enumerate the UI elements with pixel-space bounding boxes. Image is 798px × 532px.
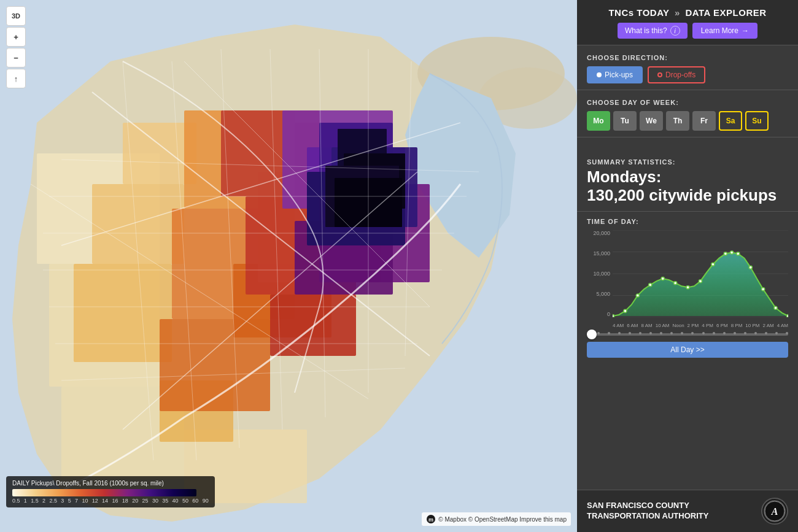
map-area: 3D + − ↑ DAILY Pickups\ Dropoffs, Fall 2… xyxy=(0,0,577,532)
legend-gradient xyxy=(12,489,196,496)
time-slider-thumb[interactable] xyxy=(587,330,597,339)
panel-header: TNCs TODAY » DATA EXPLORER What is this?… xyxy=(577,0,798,45)
dow-buttons: Mo Tu We Th Fr Sa Su xyxy=(587,111,788,131)
direction-section: CHOOSE DIRECTION: Pick-ups Drop-offs xyxy=(577,45,798,90)
chart-x-labels: 4 AM 6 AM 8 AM 10 AM Noon 2 PM 4 PM 6 PM… xyxy=(613,323,788,328)
svg-point-59 xyxy=(613,314,614,317)
panel-footer: SAN FRANCISCO COUNTY TRANSPORTATION AUTH… xyxy=(577,490,798,532)
dow-sa-button[interactable]: Sa xyxy=(719,111,742,131)
right-panel: TNCs TODAY » DATA EXPLORER What is this?… xyxy=(577,0,798,532)
dow-th-button[interactable]: Th xyxy=(666,111,689,131)
map-credit: m © Mapbox © OpenStreetMap Improve this … xyxy=(422,512,571,526)
header-buttons: What is this? i Learn More → xyxy=(587,23,788,39)
svg-point-61 xyxy=(636,294,639,297)
stats-count: 130,200 citywide pickups xyxy=(587,186,788,205)
svg-point-60 xyxy=(624,309,627,312)
svg-point-63 xyxy=(661,277,664,280)
svg-text:m: m xyxy=(428,517,433,523)
dow-mo-button[interactable]: Mo xyxy=(587,111,610,131)
svg-point-67 xyxy=(711,263,715,266)
sfcta-logo: A xyxy=(761,498,788,525)
map-zoom-in-button[interactable]: + xyxy=(6,27,26,47)
time-slider-track[interactable] xyxy=(587,333,788,336)
map-compass-button[interactable]: ↑ xyxy=(6,69,26,88)
direction-buttons: Pick-ups Drop-offs xyxy=(587,66,788,83)
radio-pickups-icon xyxy=(597,72,602,77)
svg-text:A: A xyxy=(771,506,778,517)
svg-point-62 xyxy=(649,283,652,287)
pickups-button[interactable]: Pick-ups xyxy=(587,66,643,83)
chart-label: TIME OF DAY: xyxy=(587,218,788,225)
legend-labels: 0.511.522.535710121416182025303540506090 xyxy=(12,498,209,504)
legend-title: DAILY Pickups\ Dropoffs, Fall 2016 (1000… xyxy=(12,480,209,487)
dow-fr-button[interactable]: Fr xyxy=(692,111,716,131)
svg-rect-11 xyxy=(74,264,172,362)
map-legend: DAILY Pickups\ Dropoffs, Fall 2016 (1000… xyxy=(6,476,215,507)
all-day-button[interactable]: All Day >> xyxy=(587,342,788,358)
svg-point-66 xyxy=(699,279,702,282)
arrow-icon: → xyxy=(742,26,749,35)
footer-text: SAN FRANCISCO COUNTY TRANSPORTATION AUTH… xyxy=(587,501,708,522)
dow-label: CHOOSE DAY OF WEEK: xyxy=(587,99,788,106)
chart-container: 20,000 15,000 10,000 5,000 0 xyxy=(587,230,788,328)
chart-section: TIME OF DAY: 20,000 15,000 10,000 5,000 … xyxy=(577,212,798,490)
time-slider-container xyxy=(587,328,788,339)
svg-point-72 xyxy=(762,288,765,291)
panel-title: TNCs TODAY » DATA EXPLORER xyxy=(587,7,788,18)
chart-y-labels: 20,000 15,000 10,000 5,000 0 xyxy=(587,230,610,328)
svg-point-71 xyxy=(749,266,752,269)
slider-dots xyxy=(587,332,788,334)
svg-point-64 xyxy=(674,281,677,284)
map-3d-button[interactable]: 3D xyxy=(6,6,26,26)
svg-point-74 xyxy=(786,314,788,317)
dow-tu-button[interactable]: Tu xyxy=(613,111,637,131)
map-zoom-out-button[interactable]: − xyxy=(6,48,26,67)
svg-rect-10 xyxy=(92,184,184,264)
svg-point-65 xyxy=(686,286,689,289)
dropoffs-button[interactable]: Drop-offs xyxy=(648,66,705,83)
chart-area xyxy=(613,230,788,317)
map-controls: 3D + − ↑ xyxy=(6,6,26,88)
svg-point-68 xyxy=(724,252,727,255)
svg-point-69 xyxy=(730,251,734,254)
dow-section: CHOOSE DAY OF WEEK: Mo Tu We Th Fr Sa Su xyxy=(577,90,798,137)
radio-dropoffs-icon xyxy=(657,72,662,77)
stats-day: Mondays: xyxy=(587,168,788,186)
stats-label: SUMMARY STATISTICS: xyxy=(587,158,788,166)
stats-section: SUMMARY STATISTICS: Mondays: 130,200 cit… xyxy=(577,150,798,212)
info-icon: i xyxy=(670,26,680,36)
direction-label: CHOOSE DIRECTION: xyxy=(587,54,788,61)
svg-point-70 xyxy=(737,252,740,255)
dow-we-button[interactable]: We xyxy=(640,111,663,131)
dow-su-button[interactable]: Su xyxy=(745,111,769,131)
what-is-this-button[interactable]: What is this? i xyxy=(618,23,688,39)
learn-more-button[interactable]: Learn More → xyxy=(692,23,757,39)
svg-point-73 xyxy=(774,306,777,309)
svg-rect-21 xyxy=(270,295,356,356)
